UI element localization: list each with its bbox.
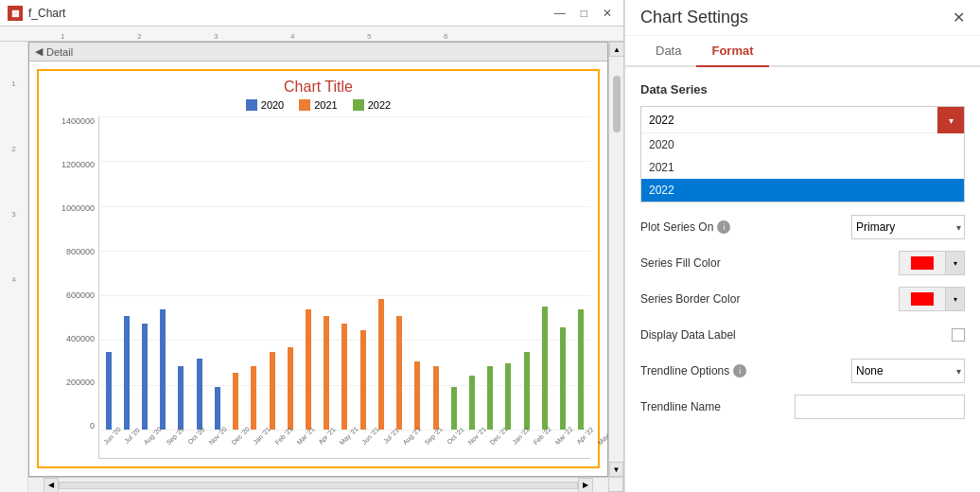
dropdown-arrow-icon[interactable]: ▾ [937,107,964,133]
x-label-12: Jun '21 [361,426,381,446]
plot-series-label: Plot Series On i [640,220,851,234]
x-label-4: Oct '20 [187,426,206,445]
x-label-10: Apr '21 [317,426,336,445]
series-border-color-button[interactable] [899,287,946,311]
titlebar-left: ▦ f_Chart [8,6,65,21]
chart-container[interactable]: Chart Title 2020 2021 [29,62,607,476]
bar-1-series-0 [124,316,130,430]
bar-3-series-0 [160,309,166,430]
trendline-options-info-icon[interactable]: i [733,364,746,378]
y-label-1200000: 1200000 [61,160,95,169]
trendline-name-control [795,395,965,419]
bar-group-13 [336,324,354,430]
trendline-options-row: Trendline Options i None Linear Exponent… [640,358,965,384]
trendline-name-label: Trendline Name [640,400,795,413]
svg-rect-0 [911,256,934,270]
bar-group-0 [99,352,117,430]
display-data-label-text: Display Data Label [640,328,736,342]
scroll-up-button[interactable]: ▲ [609,42,623,57]
bar-26-series-2 [578,309,584,430]
series-border-color-control: ▾ [899,287,965,311]
scroll-right-button[interactable]: ▶ [578,478,593,493]
series-fill-color-dropdown-button[interactable]: ▾ [946,251,965,275]
panel-title: Chart Settings [640,8,748,27]
trendline-name-row: Trendline Name [640,394,965,420]
minimize-button[interactable]: — [551,7,569,20]
panel-tabs: Data Format [625,36,980,67]
option-2020[interactable]: 2020 [641,133,964,156]
bar-7-series-1 [233,373,238,430]
fill-color-swatch [911,256,934,270]
plot-series-select-wrapper: Primary Secondary [851,215,965,239]
x-label-19: Jan '22 [511,426,531,446]
series-fill-color-button[interactable] [899,251,946,275]
maximize-button[interactable]: □ [577,7,591,20]
bar-group-10 [281,347,299,430]
series-border-color-text: Series Border Color [640,292,740,306]
window-title: f_Chart [28,7,65,20]
plot-series-select[interactable]: Primary Secondary [851,215,965,239]
display-data-label-control [952,328,965,342]
bar-14-series-1 [360,330,366,430]
window-titlebar: ▦ f_Chart — □ ✕ [0,0,623,26]
trendline-name-input[interactable] [795,395,965,419]
app-icon: ▦ [8,6,23,21]
x-label-9: Mar '21 [295,426,315,446]
plot-series-label-text: Plot Series On [640,220,713,234]
trendline-options-select-wrapper: None Linear Exponential Logarithmic [851,359,965,383]
legend-color-2020 [246,99,257,111]
x-label-16: Oct '21 [446,426,464,445]
scroll-left-button[interactable]: ◀ [44,478,59,493]
x-label-0: Jun '20 [102,426,122,446]
bar-group-19 [445,387,463,430]
vertical-scrollbar[interactable]: ▲ ▼ [608,42,623,477]
trendline-options-select[interactable]: None Linear Exponential Logarithmic [851,359,965,383]
legend-color-2021 [299,99,310,111]
tab-data[interactable]: Data [640,36,696,67]
bar-9-series-1 [270,352,275,430]
chart-plot: Jun '20Jul '20Aug '20Sep '20Oct '20Nov '… [98,116,590,459]
panel-close-button[interactable]: ✕ [953,9,965,26]
series-border-color-dropdown-button[interactable]: ▾ [946,287,965,311]
series-border-color-label: Series Border Color [640,292,899,306]
bar-6-series-0 [215,387,220,430]
data-series-dropdown[interactable]: 2022 ▾ 2020 2021 2022 [640,106,965,202]
bar-group-18 [427,366,445,430]
bar-5-series-0 [197,359,202,430]
x-label-21: Mar '22 [554,426,574,446]
option-2021[interactable]: 2021 [641,156,964,179]
x-label-1: Jul '20 [123,427,141,445]
bar-group-8 [245,366,263,430]
display-data-label-checkbox[interactable] [952,328,965,342]
legend-label-2021: 2021 [314,99,337,111]
y-label-0: 0 [90,421,95,430]
bar-group-9 [263,352,281,430]
bar-15-series-1 [378,299,384,430]
bar-group-6 [208,387,226,430]
chart-settings-panel: Chart Settings ✕ Data Format Data Series… [624,0,980,492]
plot-series-info-icon[interactable]: i [717,220,730,234]
close-window-button[interactable]: ✕ [599,7,616,20]
svg-rect-1 [911,292,934,306]
bar-group-2 [135,324,153,430]
bar-group-24 [535,307,553,430]
legend-label-2020: 2020 [261,99,284,111]
bar-22-series-2 [505,363,511,430]
scrollbar-corner [608,477,623,492]
trendline-name-text: Trendline Name [640,400,721,413]
panel-header: Chart Settings ✕ [625,0,980,36]
legend-2020: 2020 [246,99,284,111]
bar-group-11 [299,309,317,430]
bar-group-4 [172,366,190,430]
scrollbar-track-h[interactable] [59,482,578,489]
titlebar-controls: — □ ✕ [551,7,616,20]
bar-20-series-2 [469,376,475,430]
y-axis-labels: 1400000 1200000 1000000 800000 600000 40… [46,116,98,459]
tab-format[interactable]: Format [696,36,768,67]
scroll-down-button[interactable]: ▼ [609,462,623,477]
scroll-thumb-v[interactable] [613,76,621,132]
horizontal-scrollbar[interactable]: ◀ ▶ [28,477,608,492]
data-series-section-title: Data Series [640,82,965,97]
option-2022[interactable]: 2022 [641,179,964,202]
y-label-1000000: 1000000 [61,203,95,213]
